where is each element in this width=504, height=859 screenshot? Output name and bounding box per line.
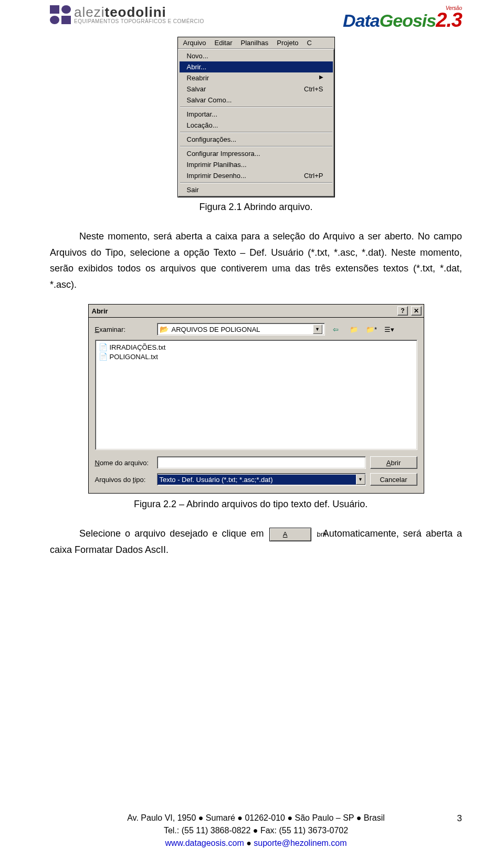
menu-separator xyxy=(180,182,332,183)
cancelar-button[interactable]: Cancelar xyxy=(370,473,417,486)
logo-brand-light: alezi xyxy=(74,4,104,20)
abrir-button[interactable]: Abrir xyxy=(370,456,417,469)
examinar-value: ARQUIVOS DE POLIGONAL xyxy=(172,326,260,333)
logo-aleziteodolini: aleziteodolini EQUIPAMENTOS TOPOGRÁFICOS… xyxy=(50,5,204,24)
logo-version: 2.3 xyxy=(436,9,462,31)
file-list[interactable]: 📄 IRRADIAÇÕES.txt 📄 POLIGONAL.txt xyxy=(95,340,417,450)
text-file-icon: 📄 xyxy=(99,343,108,351)
figure-2-2-caption: Figura 2.2 – Abrindo arquivos do tipo te… xyxy=(134,499,462,510)
menu-item-novo[interactable]: Novo... xyxy=(180,50,333,61)
logo-brand-bold: teodolini xyxy=(104,4,166,20)
file-name: IRRADIAÇÕES.txt xyxy=(110,343,166,351)
menu-item-imprimir-planilhas[interactable]: Imprimir Planilhas... xyxy=(180,159,333,170)
dialog-nav-toolbar: ⇦ 📁 📁* ☰▾ xyxy=(329,323,396,335)
menu-item-reabrir[interactable]: Reabrir▶ xyxy=(180,72,333,83)
abrir-button-inline[interactable]: Abrir xyxy=(269,528,311,541)
text-file-icon: 📄 xyxy=(99,352,108,361)
logo-tagline: EQUIPAMENTOS TOPOGRÁFICOS E COMÉRCIO xyxy=(74,19,204,24)
page-header: aleziteodolini EQUIPAMENTOS TOPOGRÁFICOS… xyxy=(50,5,462,32)
dropdown-arrow-icon[interactable]: ▼ xyxy=(356,474,365,485)
figure-2-1-caption: Figura 2.1 Abrindo arquivo. xyxy=(50,202,462,213)
arquivo-dropdown-menu: Novo... Abrir... Reabrir▶ SalvarCtrl+S S… xyxy=(178,49,334,197)
menu-separator xyxy=(180,107,332,108)
menubar-planilhas[interactable]: Planilhas xyxy=(238,38,272,47)
menu-item-configuracoes[interactable]: Configurações... xyxy=(180,134,333,145)
menu-separator xyxy=(180,146,332,147)
examinar-label: Examinar: xyxy=(95,326,153,333)
figure-2-1-menu-screenshot: Arquivo Editar Planilhas Projeto C Novo.… xyxy=(177,37,335,197)
logo-geosis: Geosis xyxy=(380,11,436,30)
menu-item-imprimir-desenho[interactable]: Imprimir Desenho...Ctrl+P xyxy=(180,170,333,181)
views-icon[interactable]: ☰▾ xyxy=(383,323,396,335)
menu-item-importar[interactable]: Importar... xyxy=(180,109,333,120)
arquivos-tipo-label: Arquivos do tipo: xyxy=(95,476,153,484)
submenu-arrow-icon: ▶ xyxy=(319,74,323,82)
menu-item-locacao[interactable]: Locação... xyxy=(180,120,333,131)
menubar-cut[interactable]: C xyxy=(304,38,315,47)
menu-item-salvar[interactable]: SalvarCtrl+S xyxy=(180,83,333,95)
help-button[interactable]: ? xyxy=(397,306,408,316)
menu-item-abrir[interactable]: Abrir... xyxy=(180,61,333,72)
figure-2-2-open-dialog: Abrir ? ✕ Examinar: 📂 ARQUIVOS DE POLIGO… xyxy=(88,304,424,494)
close-button[interactable]: ✕ xyxy=(411,306,422,316)
app-menubar: Arquivo Editar Planilhas Projeto C xyxy=(178,37,334,49)
logo-datageosis: Versão DataGeosis2.3 xyxy=(343,5,462,32)
dialog-title: Abrir xyxy=(92,307,108,315)
back-icon[interactable]: ⇦ xyxy=(329,323,343,335)
footer-email-link[interactable]: suporte@hezolinem.com xyxy=(254,839,346,847)
logo-mark-icon xyxy=(50,5,71,24)
menubar-arquivo[interactable]: Arquivo xyxy=(180,38,209,47)
paragraph-1: Neste momento, será aberta a caixa para … xyxy=(50,228,462,292)
arquivos-tipo-combo[interactable]: Texto - Def. Usuário (*.txt; *.asc;*.dat… xyxy=(157,473,366,486)
menu-separator xyxy=(180,132,332,133)
paragraph-2: Selecione o arquivo desejado e clique em… xyxy=(50,526,462,558)
menubar-projeto[interactable]: Projeto xyxy=(274,38,301,47)
nome-arquivo-label: Nome do arquivo: xyxy=(95,459,153,467)
page-footer: 3 Av. Paulo VI, 1950 ● Sumaré ● 01262-01… xyxy=(50,812,462,850)
menu-item-salvar-como[interactable]: Salvar Como... xyxy=(180,95,333,106)
page-number: 3 xyxy=(457,812,462,825)
file-item[interactable]: 📄 POLIGONAL.txt xyxy=(99,352,414,361)
new-folder-icon[interactable]: 📁* xyxy=(365,323,379,335)
arquivos-tipo-value: Texto - Def. Usuário (*.txt; *.asc;*.dat… xyxy=(158,475,356,485)
file-item[interactable]: 📄 IRRADIAÇÕES.txt xyxy=(99,342,414,352)
menu-item-config-impressora[interactable]: Configurar Impressora... xyxy=(180,148,333,159)
folder-open-icon: 📂 xyxy=(160,325,169,333)
menu-item-sair[interactable]: Sair xyxy=(180,184,333,195)
nome-arquivo-input[interactable] xyxy=(157,456,366,469)
menubar-editar[interactable]: Editar xyxy=(212,38,236,47)
logo-data: Data xyxy=(343,11,380,30)
examinar-combo[interactable]: 📂 ARQUIVOS DE POLIGONAL ▼ xyxy=(157,323,325,336)
footer-website-link[interactable]: www.datageosis.com xyxy=(165,839,244,847)
dropdown-arrow-icon[interactable]: ▼ xyxy=(313,324,322,334)
file-name: POLIGONAL.txt xyxy=(110,353,158,361)
up-folder-icon[interactable]: 📁 xyxy=(347,323,361,335)
